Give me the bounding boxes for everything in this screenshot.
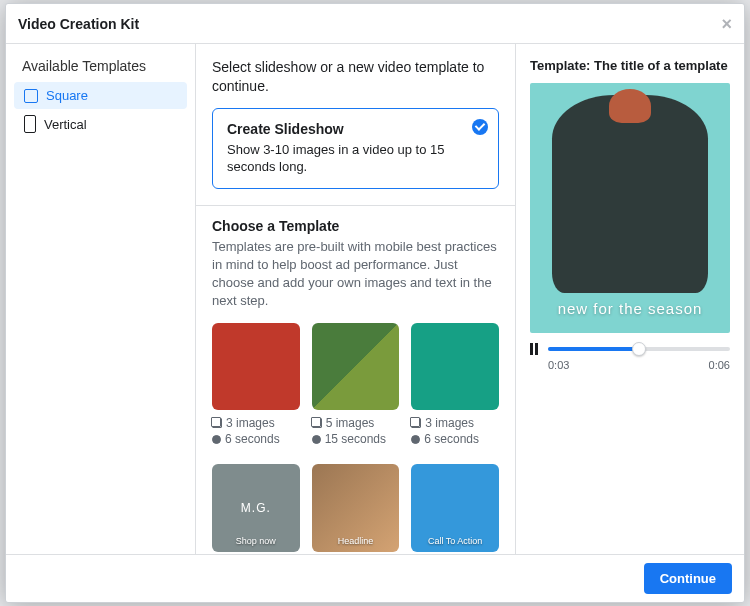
video-player bbox=[530, 343, 730, 355]
preview-image: new for the season bbox=[530, 83, 730, 333]
template-seconds: 15 seconds bbox=[312, 432, 400, 446]
preview-overlay-text: new for the season bbox=[558, 300, 703, 333]
close-icon[interactable]: × bbox=[721, 15, 732, 33]
sidebar-item-square[interactable]: Square bbox=[14, 82, 187, 109]
time-labels: 0:03 0:06 bbox=[530, 359, 730, 371]
sidebar-item-label: Square bbox=[46, 88, 88, 103]
preview-panel: Template: The title of a template new fo… bbox=[516, 44, 744, 554]
middle-top: Select slideshow or a new video template… bbox=[196, 44, 515, 206]
template-grid: 3 images6 seconds5 images15 seconds3 ima… bbox=[212, 323, 499, 554]
template-thumb bbox=[411, 323, 499, 411]
template-card[interactable]: 3 images6 seconds bbox=[212, 323, 300, 447]
template-seconds: 6 seconds bbox=[212, 432, 300, 446]
template-images: 3 images bbox=[212, 416, 300, 430]
template-images: 5 images bbox=[312, 416, 400, 430]
seek-fill bbox=[548, 347, 639, 351]
template-images: 3 images bbox=[411, 416, 499, 430]
clock-icon bbox=[411, 435, 420, 444]
square-icon bbox=[24, 89, 38, 103]
thumb-center-label: M.G. bbox=[241, 501, 271, 515]
middle-scroll[interactable]: Choose a Template Templates are pre-buil… bbox=[196, 206, 515, 554]
images-icon bbox=[312, 418, 322, 428]
template-card[interactable]: Call To Action1 images6 seconds bbox=[411, 464, 499, 554]
template-card[interactable]: 5 images15 seconds bbox=[312, 323, 400, 447]
template-meta: 3 images6 seconds bbox=[212, 416, 300, 446]
middle-panel: Select slideshow or a new video template… bbox=[196, 44, 516, 554]
sidebar: Available Templates Square Vertical bbox=[6, 44, 196, 554]
template-meta: 3 images6 seconds bbox=[411, 416, 499, 446]
images-icon bbox=[212, 418, 222, 428]
seek-knob[interactable] bbox=[632, 342, 646, 356]
template-meta: 5 images15 seconds bbox=[312, 416, 400, 446]
images-icon bbox=[411, 418, 421, 428]
check-icon bbox=[472, 119, 488, 135]
modal-body: Available Templates Square Vertical Sele… bbox=[6, 44, 744, 554]
time-current: 0:03 bbox=[548, 359, 569, 371]
slideshow-title: Create Slideshow bbox=[227, 121, 458, 137]
sidebar-item-vertical[interactable]: Vertical bbox=[14, 109, 187, 139]
clock-icon bbox=[312, 435, 321, 444]
jacket-graphic bbox=[552, 95, 708, 293]
continue-button[interactable]: Continue bbox=[644, 563, 732, 594]
clock-icon bbox=[212, 435, 221, 444]
time-total: 0:06 bbox=[709, 359, 730, 371]
sidebar-heading: Available Templates bbox=[14, 54, 187, 82]
template-card[interactable]: M.G.Shop now5 images15 seconds bbox=[212, 464, 300, 554]
footer: Continue bbox=[6, 554, 744, 602]
template-card[interactable]: 3 images6 seconds bbox=[411, 323, 499, 447]
choose-title: Choose a Template bbox=[212, 218, 499, 234]
seek-track[interactable] bbox=[548, 347, 730, 351]
modal-title: Video Creation Kit bbox=[18, 16, 139, 32]
sidebar-item-label: Vertical bbox=[44, 117, 87, 132]
template-thumb: Headline bbox=[312, 464, 400, 552]
pause-button[interactable] bbox=[530, 343, 540, 355]
template-thumb bbox=[212, 323, 300, 411]
template-thumb: M.G.Shop now bbox=[212, 464, 300, 552]
intro-text: Select slideshow or a new video template… bbox=[212, 58, 499, 96]
slideshow-desc: Show 3-10 images in a video up to 15 sec… bbox=[227, 141, 458, 176]
template-seconds: 6 seconds bbox=[411, 432, 499, 446]
titlebar: Video Creation Kit × bbox=[6, 4, 744, 44]
thumb-caption: Headline bbox=[312, 536, 400, 546]
template-thumb: Call To Action bbox=[411, 464, 499, 552]
choose-template-section: Choose a Template Templates are pre-buil… bbox=[212, 218, 499, 554]
video-creation-kit-modal: Video Creation Kit × Available Templates… bbox=[5, 3, 745, 603]
choose-desc: Templates are pre-built with mobile best… bbox=[212, 238, 499, 311]
template-card[interactable]: Headline1 images9 seconds bbox=[312, 464, 400, 554]
thumb-caption: Shop now bbox=[212, 536, 300, 546]
preview-heading: Template: The title of a template bbox=[530, 58, 730, 73]
vertical-icon bbox=[24, 115, 36, 133]
template-thumb bbox=[312, 323, 400, 411]
create-slideshow-card[interactable]: Create Slideshow Show 3-10 images in a v… bbox=[212, 108, 499, 189]
thumb-caption: Call To Action bbox=[411, 536, 499, 546]
